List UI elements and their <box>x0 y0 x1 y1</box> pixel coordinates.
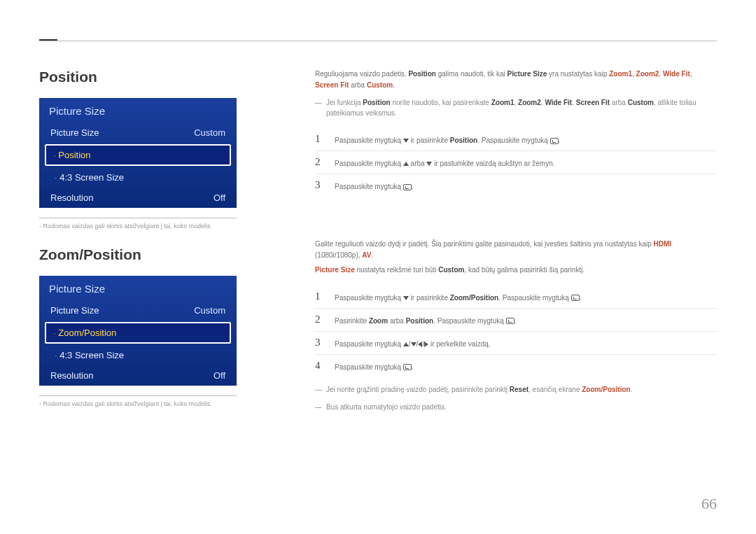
selected-label: Zoom/Position <box>58 328 116 338</box>
block-2: Galite reguliuoti vaizdo dydį ir padėtį.… <box>315 239 717 412</box>
right-column: Reguliuojama vaizdo padėtis. Position ga… <box>315 69 717 412</box>
panel-title: Picture Size <box>39 98 237 122</box>
sub-label: 4:3 Screen Size <box>59 172 124 183</box>
panel-title: Picture Size <box>39 276 237 300</box>
dash-icon: ― <box>315 384 322 395</box>
enter-icon <box>550 138 559 144</box>
row-label: Resolution <box>50 370 93 381</box>
sub-label: 4:3 Screen Size <box>59 350 124 360</box>
footnote-1: - Rodomas vaizdas gali skirtis atsižvelg… <box>39 218 237 230</box>
menu-row-43[interactable]: · 4:3 Screen Size <box>39 167 237 188</box>
row-value: Custom <box>194 127 225 138</box>
arrow-down-icon <box>403 139 409 143</box>
dash-icon: ― <box>315 402 322 412</box>
steps-1: 1 Paspauskite mygtuką ir pasirinkite Pos… <box>315 128 717 197</box>
step-1: 1 Paspauskite mygtuką ir pasirinkite Zoo… <box>315 286 717 309</box>
intro-1: Reguliuojama vaizdo padėtis. Position ga… <box>315 69 717 90</box>
note-2a: ― Jei norite grąžinti pradinę vaizdo pad… <box>315 384 717 395</box>
note-1: ― Jei funkcija Position norite naudotis,… <box>315 97 717 118</box>
menu-row-resolution[interactable]: Resolution Off <box>39 365 237 386</box>
menu-row-43[interactable]: · 4:3 Screen Size <box>39 345 237 365</box>
row-value: Custom <box>194 305 225 316</box>
enter-icon <box>403 184 412 190</box>
step-number: 1 <box>315 290 325 302</box>
selected-label: Position <box>58 150 90 160</box>
enter-icon <box>506 318 514 324</box>
menu-row-selected-zoom-position[interactable]: · Zoom/Position <box>45 322 231 344</box>
step-number: 1 <box>315 133 325 145</box>
arrow-up-icon <box>403 342 409 346</box>
row-label: Picture Size <box>50 305 99 316</box>
section-position: Position Picture Size Picture Size Custo… <box>39 69 249 230</box>
menu-row-selected-position[interactable]: · Position <box>45 144 231 166</box>
step-number: 2 <box>315 314 325 325</box>
enter-icon <box>571 295 580 301</box>
menu-row-picture-size[interactable]: Picture Size Custom <box>39 300 237 321</box>
step-number: 4 <box>315 360 325 372</box>
row-label: Picture Size <box>50 127 99 138</box>
arrow-down-icon <box>411 342 416 346</box>
menu-row-picture-size[interactable]: Picture Size Custom <box>39 122 237 143</box>
step-2: 2 Pasirinkite Zoom arba Position. Paspau… <box>315 309 717 332</box>
step-4: 4 Paspauskite mygtuką . <box>315 355 717 377</box>
arrow-up-icon <box>403 162 409 166</box>
menu-panel-1: Picture Size Picture Size Custom · Posit… <box>39 98 237 208</box>
enter-icon <box>403 364 412 370</box>
menu-row-resolution[interactable]: Resolution Off <box>39 188 237 208</box>
step-1: 1 Paspauskite mygtuką ir pasirinkite Pos… <box>315 128 717 151</box>
section-zoom-position: Zoom/Position Picture Size Picture Size … <box>39 246 249 407</box>
footnote-2: - Rodomas vaizdas gali skirtis atsižvelg… <box>39 395 237 407</box>
row-label: Resolution <box>50 192 93 203</box>
menu-panel-2: Picture Size Picture Size Custom · Zoom/… <box>39 276 237 386</box>
step-3: 3 Paspauskite mygtuką /// ir perkelkite … <box>315 332 717 355</box>
step-3: 3 Paspauskite mygtuką . <box>315 174 717 197</box>
step-2: 2 Paspauskite mygtuką arba ir pastumkite… <box>315 151 717 174</box>
row-value: Off <box>214 370 225 381</box>
page-number: 66 <box>701 495 717 513</box>
left-column: Position Picture Size Picture Size Custo… <box>39 69 249 407</box>
heading-position: Position <box>39 69 249 85</box>
intro-2b: Picture Size nustatyta reikšmė turi būti… <box>315 265 717 276</box>
arrow-left-icon <box>418 342 422 347</box>
step-number: 2 <box>315 156 325 168</box>
header-rule <box>39 41 717 41</box>
intro-2: Galite reguliuoti vaizdo dydį ir padėtį.… <box>315 239 717 260</box>
heading-zoom-position: Zoom/Position <box>39 246 249 263</box>
steps-2: 1 Paspauskite mygtuką ir pasirinkite Zoo… <box>315 286 717 377</box>
dash-icon: ― <box>315 97 322 118</box>
step-number: 3 <box>315 179 325 191</box>
step-number: 3 <box>315 337 325 349</box>
arrow-down-icon <box>403 296 409 300</box>
note-2b: ― Bus atkurta numatytojo vaizdo padėtis. <box>315 402 717 412</box>
row-value: Off <box>214 192 225 203</box>
